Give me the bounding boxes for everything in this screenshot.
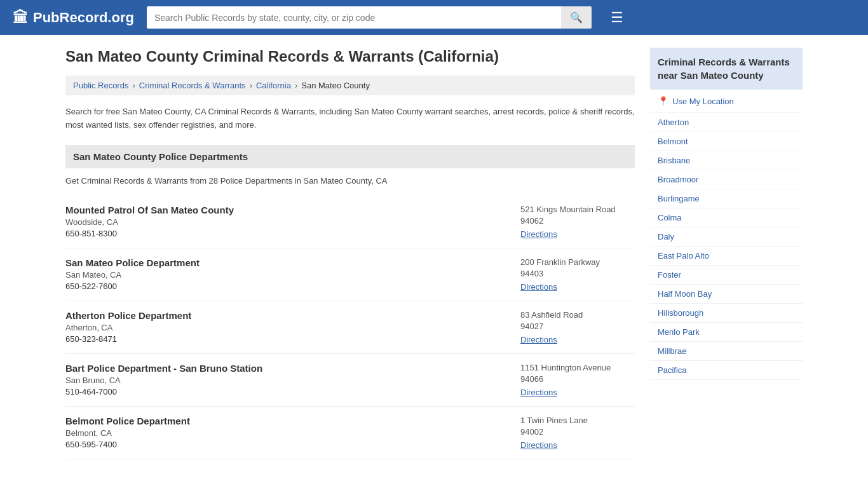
dept-city-state: San Bruno, CA [65,376,508,385]
search-container: 🔍 [147,6,592,29]
location-icon: 📍 [658,96,668,106]
table-row: Mounted Patrol Of San Mateo County Woods… [65,196,635,248]
section-header: San Mateo County Police Departments [65,145,635,168]
list-item: Brisbane [650,151,803,170]
table-row: Atherton Police Department Atherton, CA … [65,301,635,354]
search-input[interactable] [147,6,561,29]
dept-right: 521 Kings Mountain Road 94062 Directions [508,205,635,239]
sidebar-city-link[interactable]: Foster [658,270,681,280]
dept-address: 1151 Huntington Avenue [520,363,635,372]
directions-link[interactable]: Directions [520,282,557,292]
dept-right: 200 Franklin Parkway 94403 Directions [508,257,635,292]
breadcrumb-sep-3: › [295,81,297,90]
content-area: San Mateo County Criminal Records & Warr… [65,48,635,459]
list-item: East Palo Alto [650,247,803,266]
list-item: Half Moon Bay [650,285,803,304]
breadcrumb-sep-2: › [250,81,252,90]
header: 🏛 PubRecord.org 🔍 ☰ [0,0,868,35]
use-location-label: Use My Location [672,97,734,106]
dept-right: 1151 Huntington Avenue 94066 Directions [508,363,635,397]
directions-link[interactable]: Directions [520,440,557,450]
main-container: San Mateo County Criminal Records & Warr… [53,35,815,472]
page-title: San Mateo County Criminal Records & Warr… [65,48,635,65]
breadcrumb-california[interactable]: California [256,81,291,90]
dept-left: Belmont Police Department Belmont, CA 65… [65,416,508,449]
dept-address: 200 Franklin Parkway [520,257,635,267]
directions-link[interactable]: Directions [520,388,557,397]
dept-address: 1 Twin Pines Lane [520,416,635,425]
logo[interactable]: 🏛 PubRecord.org [13,9,134,27]
dept-city-state: Atherton, CA [65,323,508,332]
dept-name: Atherton Police Department [65,310,508,321]
dept-name: Mounted Patrol Of San Mateo County [65,205,508,215]
directions-link[interactable]: Directions [520,335,557,344]
dept-city-state: San Mateo, CA [65,270,508,280]
use-my-location[interactable]: 📍 Use My Location [650,90,803,113]
search-button[interactable]: 🔍 [561,6,592,29]
list-item: Millbrae [650,342,803,361]
sidebar-city-link[interactable]: Colma [658,213,682,222]
dept-zip: 94066 [520,374,635,384]
dept-phone: 650-522-7600 [65,281,508,291]
directions-link[interactable]: Directions [520,229,557,239]
list-item: Belmont [650,132,803,151]
sidebar-title: Criminal Records & Warrants near San Mat… [650,48,803,90]
dept-right: 83 Ashfield Road 94027 Directions [508,310,635,344]
sidebar: Criminal Records & Warrants near San Mat… [650,48,803,459]
list-item: Atherton [650,113,803,132]
dept-name: Bart Police Department - San Bruno Stati… [65,363,508,374]
sidebar-city-link[interactable]: Half Moon Bay [658,289,712,299]
dept-zip: 94027 [520,322,635,331]
dept-left: San Mateo Police Department San Mateo, C… [65,257,508,291]
section-subtitle: Get Criminal Records & Warrants from 28 … [65,176,635,186]
dept-city-state: Belmont, CA [65,428,508,438]
sidebar-links-list: AthertonBelmontBrisbaneBroadmoorBurlinga… [650,113,803,380]
dept-address: 83 Ashfield Road [520,310,635,320]
breadcrumb-current: San Mateo County [301,81,370,90]
dept-name: San Mateo Police Department [65,257,508,268]
dept-phone: 650-595-7400 [65,440,508,449]
departments-list: Mounted Patrol Of San Mateo County Woods… [65,196,635,459]
dept-left: Bart Police Department - San Bruno Stati… [65,363,508,396]
sidebar-city-link[interactable]: Menlo Park [658,327,700,337]
sidebar-city-link[interactable]: East Palo Alto [658,251,709,261]
dept-zip: 94002 [520,427,635,437]
breadcrumb-public-records[interactable]: Public Records [73,81,128,90]
breadcrumb: Public Records › Criminal Records & Warr… [65,76,635,95]
list-item: Broadmoor [650,170,803,189]
table-row: San Mateo Police Department San Mateo, C… [65,248,635,301]
dept-zip: 94062 [520,216,635,226]
sidebar-city-link[interactable]: Hillsborough [658,308,703,318]
dept-phone: 650-323-8471 [65,334,508,344]
breadcrumb-sep-1: › [132,81,135,90]
dept-city-state: Woodside, CA [65,217,508,227]
table-row: Bart Police Department - San Bruno Stati… [65,354,635,407]
list-item: Burlingame [650,189,803,208]
search-icon: 🔍 [570,12,583,23]
sidebar-city-link[interactable]: Millbrae [658,346,687,356]
dept-left: Atherton Police Department Atherton, CA … [65,310,508,344]
dept-left: Mounted Patrol Of San Mateo County Woods… [65,205,508,238]
list-item: Foster [650,266,803,285]
dept-phone: 650-851-8300 [65,229,508,238]
logo-text: PubRecord.org [33,10,134,26]
dept-name: Belmont Police Department [65,416,508,426]
list-item: Hillsborough [650,304,803,323]
sidebar-city-link[interactable]: Atherton [658,118,689,127]
dept-zip: 94403 [520,269,635,278]
list-item: Pacifica [650,361,803,380]
sidebar-city-link[interactable]: Brisbane [658,156,690,165]
sidebar-city-link[interactable]: Belmont [658,137,688,146]
sidebar-city-link[interactable]: Broadmoor [658,175,698,184]
dept-phone: 510-464-7000 [65,387,508,396]
page-description: Search for free San Mateo County, CA Cri… [65,105,635,132]
list-item: Daly [650,227,803,247]
menu-icon[interactable]: ☰ [611,10,623,26]
dept-right: 1 Twin Pines Lane 94002 Directions [508,416,635,450]
logo-icon: 🏛 [13,9,28,27]
list-item: Menlo Park [650,323,803,342]
sidebar-city-link[interactable]: Daly [658,232,674,241]
sidebar-city-link[interactable]: Pacifica [658,365,687,375]
breadcrumb-criminal-records[interactable]: Criminal Records & Warrants [139,81,246,90]
sidebar-city-link[interactable]: Burlingame [658,194,700,203]
